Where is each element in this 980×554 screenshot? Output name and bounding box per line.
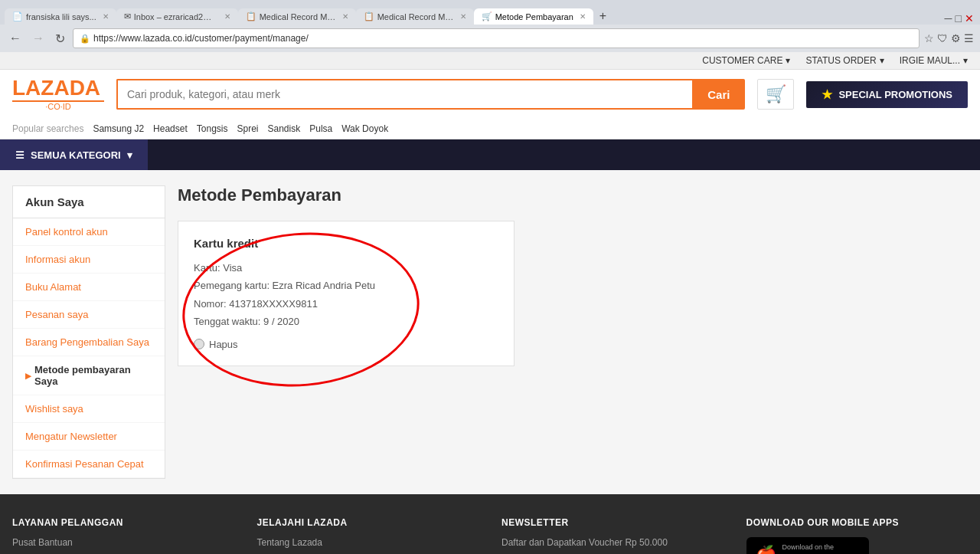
apps-title: DOWNLOAD OUR MOBILE APPS — [746, 517, 969, 528]
sidebar-item-metode[interactable]: Metode pembayaran Saya — [13, 356, 165, 395]
shield-icon[interactable]: 🛡 — [937, 32, 948, 44]
sidebar-item-info[interactable]: Informasi akun — [13, 246, 165, 274]
user-menu[interactable]: IRGIE MAUL... ▾ — [900, 55, 968, 66]
tab-3[interactable]: 📋 Medical Record Module... ✕ — [238, 8, 356, 25]
new-tab-btn[interactable]: + — [593, 8, 612, 25]
popular-sandisk[interactable]: Sandisk — [268, 123, 301, 134]
tab-1[interactable]: 📄 fransiska lili says... ✕ — [5, 8, 116, 25]
ssl-lock-icon: 🔒 — [80, 34, 90, 44]
sidebar-title: Akun Saya — [13, 186, 165, 218]
appstore-sub: Download on the — [782, 543, 835, 552]
tab-3-close[interactable]: ✕ — [342, 12, 348, 21]
card-expiry: Tenggat waktu: 9 / 2020 — [194, 313, 498, 330]
maximize-btn[interactable]: □ — [956, 12, 962, 25]
search-input[interactable] — [116, 79, 692, 110]
tab-1-close[interactable]: ✕ — [103, 12, 109, 21]
bookmark-icon[interactable]: ☆ — [924, 32, 934, 44]
logo-text: LAZADA — [12, 77, 104, 99]
card-title: Kartu kredit — [194, 237, 498, 250]
status-order-label: STATUS ORDER — [805, 55, 876, 66]
minimize-btn[interactable]: ─ — [945, 12, 952, 25]
tab-5-favicon: 🛒 — [482, 11, 492, 21]
search-button[interactable]: Cari — [692, 79, 745, 110]
site-logo[interactable]: LAZADA ·CO·ID — [12, 77, 104, 111]
forward-btn[interactable]: → — [29, 30, 47, 47]
tab-4-favicon: 📋 — [364, 11, 374, 21]
all-categories-label: SEMUA KATEGORI — [31, 149, 121, 161]
sidebar-item-barang[interactable]: Barang Pengembalian Saya — [13, 329, 165, 356]
extensions-icon[interactable]: ⚙ — [951, 32, 961, 44]
hapus-label: Hapus — [209, 339, 238, 350]
apple-icon: 🍎 — [756, 545, 776, 554]
sidebar-item-alamat[interactable]: Buku Alamat — [13, 274, 165, 301]
tab-2-close[interactable]: ✕ — [224, 12, 230, 21]
newsletter-title: NEWSLETTER — [501, 517, 724, 528]
user-chevron: ▾ — [963, 55, 968, 66]
tab-2[interactable]: ✉ Inbox – ezraricad2@gma... ✕ — [116, 8, 238, 25]
hapus-button[interactable]: Hapus — [194, 339, 498, 350]
appstore-btn[interactable]: 🍎 Download on the App Store — [746, 537, 869, 554]
card-number: Nomor: 413718XXXXX9811 — [194, 295, 498, 313]
popular-tongsis[interactable]: Tongsis — [197, 123, 228, 134]
sidebar-item-konfirmasi[interactable]: Konfirmasi Pesanan Cepat — [13, 451, 165, 478]
card-holder: Pemegang kartu: Ezra Ricad Andria Petu — [194, 277, 498, 294]
back-btn[interactable]: ← — [6, 30, 24, 47]
categories-chevron: ▾ — [127, 149, 132, 161]
hamburger-icon: ☰ — [15, 149, 24, 161]
tab-2-favicon: ✉ — [124, 11, 131, 21]
tab-5-active[interactable]: 🛒 Metode Pembayaran ✕ — [474, 8, 593, 25]
popular-sprei[interactable]: Sprei — [237, 123, 258, 134]
tab-2-label: Inbox – ezraricad2@gma... — [134, 12, 218, 21]
special-promotions-btn[interactable]: ★ SPECIAL PROMOTIONS — [806, 81, 968, 108]
tab-4-label: Medical Record Module... — [377, 12, 454, 21]
logo-sub: ·CO·ID — [12, 100, 104, 111]
sidebar-item-newsletter[interactable]: Mengatur Newsletter — [13, 423, 165, 451]
category-nav: ☰ SEMUA KATEGORI ▾ — [0, 139, 980, 170]
tab-5-close[interactable]: ✕ — [580, 12, 586, 21]
layanan-title: LAYANAN PELANGGAN — [12, 517, 234, 528]
tab-3-favicon: 📋 — [246, 11, 256, 21]
status-order-chevron: ▾ — [880, 55, 884, 66]
popular-wakdoyok[interactable]: Wak Doyok — [341, 123, 388, 134]
footer-tentang[interactable]: Tentang Lazada — [257, 537, 479, 548]
tab-1-label: fransiska lili says... — [26, 12, 96, 21]
tab-4[interactable]: 📋 Medical Record Module... ✕ — [356, 8, 474, 25]
sidebar-item-panel[interactable]: Panel kontrol akun — [13, 218, 165, 246]
customer-care-menu[interactable]: CUSTOMER CARE ▾ — [702, 55, 790, 66]
footer-col-layanan: LAYANAN PELANGGAN Pusat Bantuan Pembayar… — [12, 517, 234, 554]
cart-button[interactable]: 🛒 — [757, 79, 794, 110]
customer-care-label: CUSTOMER CARE — [702, 55, 782, 66]
popular-headset[interactable]: Headset — [153, 123, 188, 134]
footer-col-apps: DOWNLOAD OUR MOBILE APPS 🍎 Download on t… — [746, 517, 969, 554]
popular-samsung[interactable]: Samsung J2 — [93, 123, 144, 134]
menu-icon[interactable]: ☰ — [964, 32, 974, 44]
hapus-radio — [194, 339, 204, 349]
search-bar: Cari — [116, 79, 745, 110]
close-btn[interactable]: ✕ — [965, 12, 974, 25]
page-title: Metode Pembayaran — [178, 185, 968, 205]
card-type: Kartu: Visa — [194, 259, 498, 277]
jelajahi-title: JELAJAHI LAZADA — [257, 517, 479, 528]
popular-pulsa[interactable]: Pulsa — [309, 123, 332, 134]
tab-4-close[interactable]: ✕ — [460, 12, 466, 21]
credit-card-section: Kartu kredit Kartu: Visa Pemegang kartu:… — [178, 221, 514, 366]
footer-col-jelajahi: JELAJAHI LAZADA Tentang Lazada Affiliate… — [257, 517, 479, 554]
newsletter-promo-text: Daftar dan Dapatkan Voucher Rp 50.000 — [501, 537, 724, 548]
refresh-btn[interactable]: ↻ — [52, 30, 68, 48]
all-categories-btn[interactable]: ☰ SEMUA KATEGORI ▾ — [0, 139, 148, 170]
popular-searches-bar: Popular searches Samsung J2 Headset Tong… — [0, 119, 980, 139]
tab-3-label: Medical Record Module... — [260, 12, 336, 21]
sidebar-item-wishlist[interactable]: Wishlist saya — [13, 395, 165, 423]
sidebar-item-pesanan[interactable]: Pesanan saya — [13, 301, 165, 329]
promo-star-icon: ★ — [822, 87, 832, 102]
status-order-menu[interactable]: STATUS ORDER ▾ — [805, 55, 884, 66]
account-sidebar: Akun Saya Panel kontrol akun Informasi a… — [12, 185, 165, 479]
footer-pusat-bantuan[interactable]: Pusat Bantuan — [12, 537, 234, 548]
content-area: Metode Pembayaran Kartu kredit Kartu: Vi… — [178, 185, 968, 479]
user-label: IRGIE MAUL... — [900, 55, 960, 66]
tab-5-label: Metode Pembayaran — [495, 12, 573, 21]
tab-1-favicon: 📄 — [12, 11, 23, 21]
url-bar[interactable]: https://www.lazada.co.id/customer/paymen… — [93, 33, 309, 44]
customer-care-chevron: ▾ — [786, 55, 790, 66]
promo-label: SPECIAL PROMOTIONS — [838, 89, 952, 100]
